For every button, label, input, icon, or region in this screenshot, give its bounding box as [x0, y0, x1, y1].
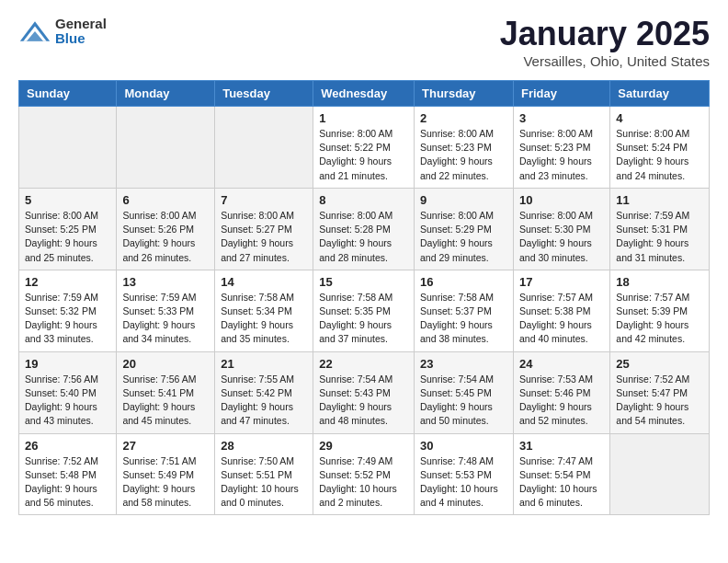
- day-info: Sunrise: 8:00 AM Sunset: 5:23 PM Dayligh…: [420, 127, 507, 183]
- day-cell: 19Sunrise: 7:56 AM Sunset: 5:40 PM Dayli…: [19, 351, 117, 433]
- day-info: Sunrise: 7:57 AM Sunset: 5:39 PM Dayligh…: [616, 291, 703, 347]
- day-cell: [117, 107, 215, 189]
- day-cell: 13Sunrise: 7:59 AM Sunset: 5:33 PM Dayli…: [117, 270, 215, 351]
- day-number: 13: [122, 275, 209, 289]
- day-info: Sunrise: 8:00 AM Sunset: 5:30 PM Dayligh…: [519, 209, 604, 265]
- logo-blue-text: Blue: [55, 31, 107, 47]
- day-cell: [215, 107, 313, 189]
- day-cell: 3Sunrise: 8:00 AM Sunset: 5:23 PM Daylig…: [513, 107, 609, 189]
- day-info: Sunrise: 7:50 AM Sunset: 5:51 PM Dayligh…: [221, 454, 307, 511]
- day-number: 14: [221, 275, 307, 289]
- calendar-table: Sunday Monday Tuesday Wednesday Thursday…: [18, 80, 710, 515]
- day-number: 12: [25, 275, 110, 289]
- day-number: 30: [420, 439, 507, 453]
- col-sunday: Sunday: [19, 81, 117, 107]
- day-info: Sunrise: 7:51 AM Sunset: 5:49 PM Dayligh…: [122, 454, 209, 511]
- logo-icon: [18, 15, 51, 48]
- day-info: Sunrise: 7:52 AM Sunset: 5:47 PM Dayligh…: [616, 373, 703, 429]
- day-number: 11: [616, 193, 703, 207]
- day-cell: 7Sunrise: 8:00 AM Sunset: 5:27 PM Daylig…: [215, 188, 313, 270]
- day-info: Sunrise: 8:00 AM Sunset: 5:29 PM Dayligh…: [420, 209, 507, 265]
- col-thursday: Thursday: [415, 81, 514, 107]
- day-number: 21: [221, 357, 307, 371]
- logo: General Blue: [18, 15, 107, 48]
- day-number: 2: [420, 111, 507, 125]
- col-monday: Monday: [117, 81, 215, 107]
- week-row-3: 12Sunrise: 7:59 AM Sunset: 5:32 PM Dayli…: [19, 270, 710, 351]
- day-info: Sunrise: 7:47 AM Sunset: 5:54 PM Dayligh…: [519, 454, 604, 511]
- day-number: 16: [420, 275, 507, 289]
- day-cell: 21Sunrise: 7:55 AM Sunset: 5:42 PM Dayli…: [215, 351, 313, 433]
- day-cell: 15Sunrise: 7:58 AM Sunset: 5:35 PM Dayli…: [313, 270, 415, 351]
- day-cell: 10Sunrise: 8:00 AM Sunset: 5:30 PM Dayli…: [513, 188, 609, 270]
- day-number: 20: [122, 357, 209, 371]
- day-cell: 27Sunrise: 7:51 AM Sunset: 5:49 PM Dayli…: [117, 433, 215, 515]
- day-info: Sunrise: 8:00 AM Sunset: 5:26 PM Dayligh…: [122, 209, 209, 265]
- day-number: 7: [221, 193, 307, 207]
- day-cell: 20Sunrise: 7:56 AM Sunset: 5:41 PM Dayli…: [117, 351, 215, 433]
- calendar-title: January 2025: [500, 15, 710, 53]
- day-info: Sunrise: 8:00 AM Sunset: 5:28 PM Dayligh…: [319, 209, 408, 265]
- day-cell: [19, 107, 117, 189]
- day-info: Sunrise: 7:53 AM Sunset: 5:46 PM Dayligh…: [519, 373, 604, 429]
- day-cell: 26Sunrise: 7:52 AM Sunset: 5:48 PM Dayli…: [19, 433, 117, 515]
- day-info: Sunrise: 7:48 AM Sunset: 5:53 PM Dayligh…: [420, 454, 507, 511]
- day-cell: 9Sunrise: 8:00 AM Sunset: 5:29 PM Daylig…: [415, 188, 514, 270]
- day-cell: 28Sunrise: 7:50 AM Sunset: 5:51 PM Dayli…: [215, 433, 313, 515]
- day-info: Sunrise: 8:00 AM Sunset: 5:25 PM Dayligh…: [25, 209, 110, 265]
- day-number: 26: [25, 439, 110, 453]
- day-number: 17: [519, 275, 604, 289]
- day-number: 1: [319, 111, 408, 125]
- day-cell: 11Sunrise: 7:59 AM Sunset: 5:31 PM Dayli…: [610, 188, 710, 270]
- day-cell: 31Sunrise: 7:47 AM Sunset: 5:54 PM Dayli…: [513, 433, 609, 515]
- day-number: 4: [616, 111, 703, 125]
- day-cell: 22Sunrise: 7:54 AM Sunset: 5:43 PM Dayli…: [313, 351, 415, 433]
- col-wednesday: Wednesday: [313, 81, 415, 107]
- day-info: Sunrise: 7:58 AM Sunset: 5:35 PM Dayligh…: [319, 291, 408, 347]
- day-cell: 2Sunrise: 8:00 AM Sunset: 5:23 PM Daylig…: [415, 107, 514, 189]
- day-number: 23: [420, 357, 507, 371]
- week-row-5: 26Sunrise: 7:52 AM Sunset: 5:48 PM Dayli…: [19, 433, 710, 515]
- day-number: 5: [25, 193, 110, 207]
- day-info: Sunrise: 7:57 AM Sunset: 5:38 PM Dayligh…: [519, 291, 604, 347]
- day-cell: 6Sunrise: 8:00 AM Sunset: 5:26 PM Daylig…: [117, 188, 215, 270]
- day-info: Sunrise: 7:58 AM Sunset: 5:34 PM Dayligh…: [221, 291, 307, 347]
- day-number: 28: [221, 439, 307, 453]
- day-cell: 17Sunrise: 7:57 AM Sunset: 5:38 PM Dayli…: [513, 270, 609, 351]
- col-friday: Friday: [513, 81, 609, 107]
- day-cell: 14Sunrise: 7:58 AM Sunset: 5:34 PM Dayli…: [215, 270, 313, 351]
- day-number: 24: [519, 357, 604, 371]
- day-cell: 4Sunrise: 8:00 AM Sunset: 5:24 PM Daylig…: [610, 107, 710, 189]
- day-number: 19: [25, 357, 110, 371]
- day-number: 3: [519, 111, 604, 125]
- day-number: 29: [319, 439, 408, 453]
- day-cell: 12Sunrise: 7:59 AM Sunset: 5:32 PM Dayli…: [19, 270, 117, 351]
- day-info: Sunrise: 7:59 AM Sunset: 5:31 PM Dayligh…: [616, 209, 703, 265]
- day-number: 15: [319, 275, 408, 289]
- header-row: Sunday Monday Tuesday Wednesday Thursday…: [19, 81, 710, 107]
- day-info: Sunrise: 7:54 AM Sunset: 5:43 PM Dayligh…: [319, 373, 408, 429]
- col-tuesday: Tuesday: [215, 81, 313, 107]
- day-number: 8: [319, 193, 408, 207]
- week-row-4: 19Sunrise: 7:56 AM Sunset: 5:40 PM Dayli…: [19, 351, 710, 433]
- day-cell: 30Sunrise: 7:48 AM Sunset: 5:53 PM Dayli…: [415, 433, 514, 515]
- day-number: 25: [616, 357, 703, 371]
- day-cell: 8Sunrise: 8:00 AM Sunset: 5:28 PM Daylig…: [313, 188, 415, 270]
- day-number: 10: [519, 193, 604, 207]
- day-cell: 29Sunrise: 7:49 AM Sunset: 5:52 PM Dayli…: [313, 433, 415, 515]
- day-cell: 25Sunrise: 7:52 AM Sunset: 5:47 PM Dayli…: [610, 351, 710, 433]
- day-number: 31: [519, 439, 604, 453]
- day-info: Sunrise: 7:58 AM Sunset: 5:37 PM Dayligh…: [420, 291, 507, 347]
- day-cell: [610, 433, 710, 515]
- day-cell: 18Sunrise: 7:57 AM Sunset: 5:39 PM Dayli…: [610, 270, 710, 351]
- day-info: Sunrise: 8:00 AM Sunset: 5:24 PM Dayligh…: [616, 127, 703, 183]
- day-info: Sunrise: 7:55 AM Sunset: 5:42 PM Dayligh…: [221, 373, 307, 429]
- day-info: Sunrise: 8:00 AM Sunset: 5:23 PM Dayligh…: [519, 127, 604, 183]
- day-info: Sunrise: 7:56 AM Sunset: 5:40 PM Dayligh…: [25, 373, 110, 429]
- day-number: 22: [319, 357, 408, 371]
- logo-general-text: General: [55, 17, 107, 32]
- week-row-1: 1Sunrise: 8:00 AM Sunset: 5:22 PM Daylig…: [19, 107, 710, 189]
- calendar-subtitle: Versailles, Ohio, United States: [500, 53, 710, 69]
- day-cell: 24Sunrise: 7:53 AM Sunset: 5:46 PM Dayli…: [513, 351, 609, 433]
- day-cell: 1Sunrise: 8:00 AM Sunset: 5:22 PM Daylig…: [313, 107, 415, 189]
